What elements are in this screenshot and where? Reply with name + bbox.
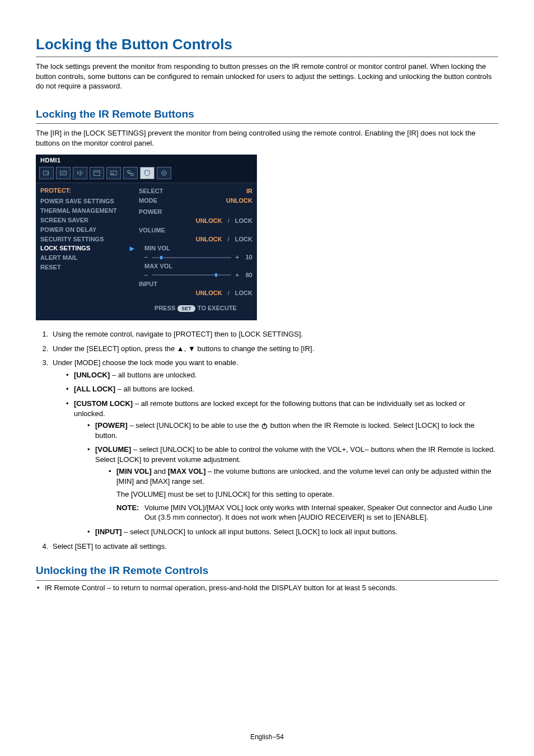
page-footer: English−54 [0,732,534,741]
minus-icon: – [144,253,148,262]
osd-maxvol-value: 80 [241,271,252,279]
custom-power-label: [POWER] [95,421,128,430]
osd-screenshot: HDMI1 PROTECT: POWER SAVE SETTINGS THERM… [36,155,257,320]
step-2: Under the [SELECT] option, press the ▲, … [50,344,498,354]
custom-sublist: [POWER] – select [UNLOCK] to be able to … [74,421,498,536]
osd-select-value: IR [246,187,252,195]
osd-volume-unlock: UNLOCK [196,235,222,244]
section1-intro: The [IR] in the [LOCK SETTINGS] prevent … [36,128,498,148]
steps-list: Using the remote control, navigate to [P… [36,329,498,551]
up-arrow-icon: ▲ [177,344,184,353]
osd-power-label: POWER [139,207,252,217]
section2-heading: Unlocking the IR Remote Controls [36,563,498,581]
minus-icon: – [144,271,148,279]
mode-unlock-label: [UNLOCK] [74,371,110,379]
step-3-text: Under [MODE] choose the lock mode you wa… [53,358,238,367]
osd-input-toggle: UNLOCK / LOCK [139,289,252,298]
osd-minvol-value: 10 [241,253,252,262]
osd-minvol-slider: – + 10 [139,253,252,262]
plus-icon: + [236,253,239,262]
custom-maxvol-label: [MAX VOL] [168,467,206,475]
osd-input-unlock: UNLOCK [196,289,222,297]
custom-volume-label: [VOLUME] [95,445,131,454]
osd-menu-item: SCREEN SAVER [40,216,134,225]
osd-select-row: SELECT IR [139,186,252,196]
osd-minvol-label: MIN VOL [139,244,252,253]
slider-track [152,273,231,277]
custom-power-t1: – select [UNLOCK] to be able to use the [128,421,261,430]
unlock-bullet: IR Remote Control – to return to normal … [37,583,498,593]
step-3: Under [MODE] choose the lock mode you wa… [50,358,498,536]
osd-press-prefix: PRESS [154,304,175,312]
svg-rect-5 [128,171,130,173]
custom-minmax-and: and [152,467,168,475]
mode-custom-label: [CUSTOM LOCK] [74,399,133,408]
osd-menu-item-selected: LOCK SETTINGS ▶ [40,244,134,253]
toggle-separator: / [228,217,229,225]
down-arrow-icon: ▼ [188,344,195,353]
step-2-mid: , [184,344,188,353]
toggle-separator: / [228,235,229,244]
slot-icon [106,167,121,179]
mode-custom-text: – all remote buttons are locked except f… [74,399,465,418]
audio-icon [73,167,87,179]
osd-iconbar [36,166,257,183]
mode-alllock-text: – all buttons are locked. [115,385,194,393]
osd-mode-label: MODE [139,197,157,205]
osd-select-label: SELECT [139,187,163,195]
svg-rect-6 [131,174,133,176]
osd-power-toggle: UNLOCK / LOCK [139,217,252,226]
osd-maxvol-label: MAX VOL [139,262,252,271]
schedule-icon [90,167,104,179]
input-icon [39,167,54,179]
osd-volume-toggle: UNLOCK / LOCK [139,235,252,244]
section1-heading: Locking the IR Remote Buttons [36,107,498,124]
mode-alllock: [ALL LOCK] – all buttons are locked. [66,384,498,394]
network-icon [123,167,138,179]
osd-menu-item: ALERT MAIL [40,253,134,263]
custom-volume-text: – select [UNLOCK] to be able to control … [95,445,495,464]
osd-input-label2: INPUT [139,279,252,289]
osd-left-menu: PROTECT: POWER SAVE SETTINGS THERMAL MAN… [36,183,137,316]
mode-options-list: [UNLOCK] – all buttons are unlocked. [AL… [53,370,498,537]
osd-input-label: HDMI1 [36,155,257,166]
osd-right-panel: SELECT IR MODE UNLOCK POWER UNLOCK / LOC… [137,183,257,316]
osd-volume-lock: LOCK [235,235,252,244]
custom-power: [POWER] – select [UNLOCK] to be able to … [87,421,498,440]
mode-unlock-text: – all buttons are unlocked. [110,371,196,379]
system-icon [157,167,171,179]
page-title: Locking the Button Controls [36,35,498,57]
custom-minmax: [MIN VOL] and [MAX VOL] – the volume but… [109,466,498,522]
osd-power-lock: LOCK [235,217,252,225]
note-label: NOTE: [116,503,144,522]
osd-menu-item: THERMAL MANAGEMENT [40,206,134,216]
svg-rect-4 [112,174,114,175]
osd-menu-item: RESET [40,263,134,272]
toggle-separator: / [228,289,229,297]
custom-input-label: [INPUT] [95,528,122,536]
custom-minvol-label: [MIN VOL] [116,467,152,475]
osd-volume-label: VOLUME [139,226,252,235]
note-text: Volume [MIN VOL]/[MAX VOL] lock only wor… [144,503,498,522]
plus-icon: + [236,271,239,279]
osd-menu-item: POWER ON DELAY [40,225,134,235]
custom-volume: [VOLUME] – select [UNLOCK] to be able to… [87,445,498,522]
svg-point-7 [162,171,167,176]
slider-track [152,256,231,259]
osd-menu-item: POWER SAVE SETTINGS [40,197,134,206]
step-1: Using the remote control, navigate to [P… [50,329,498,339]
svg-rect-2 [94,171,100,176]
osd-set-pill: SET [177,305,195,312]
osd-mode-row: MODE UNLOCK [139,196,252,206]
osd-input-lock: LOCK [235,289,252,297]
osd-body: PROTECT: POWER SAVE SETTINGS THERMAL MAN… [36,183,257,316]
mode-alllock-label: [ALL LOCK] [74,385,115,393]
custom-input: [INPUT] – select [UNLOCK] to unlock all … [87,527,498,537]
osd-category: PROTECT: [40,186,134,195]
custom-minmax-extra: The [VOLUME] must be set to [UNLOCK] for… [116,489,498,500]
custom-input-text: – select [UNLOCK] to unlock all input bu… [122,528,398,536]
step-2-text-a: Under the [SELECT] option, press the [53,344,177,353]
svg-point-8 [163,172,165,175]
chevron-right-icon: ▶ [130,245,134,253]
osd-menu-item: SECURITY SETTINGS [40,235,134,244]
